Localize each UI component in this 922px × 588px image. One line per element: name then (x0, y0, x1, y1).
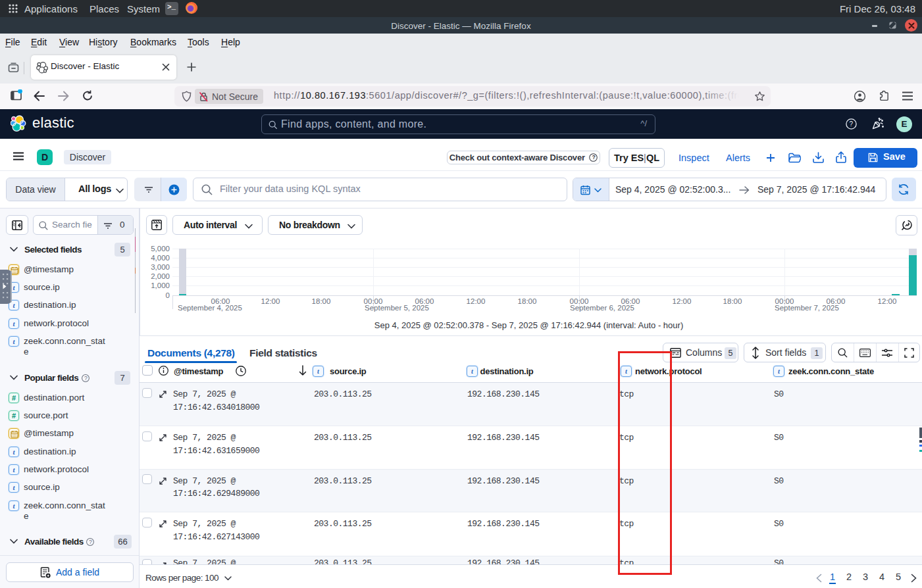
svg-text:?: ? (89, 539, 92, 545)
svg-text:?: ? (592, 154, 596, 160)
svg-text:?: ? (850, 120, 854, 128)
svg-text:?: ? (84, 375, 88, 381)
